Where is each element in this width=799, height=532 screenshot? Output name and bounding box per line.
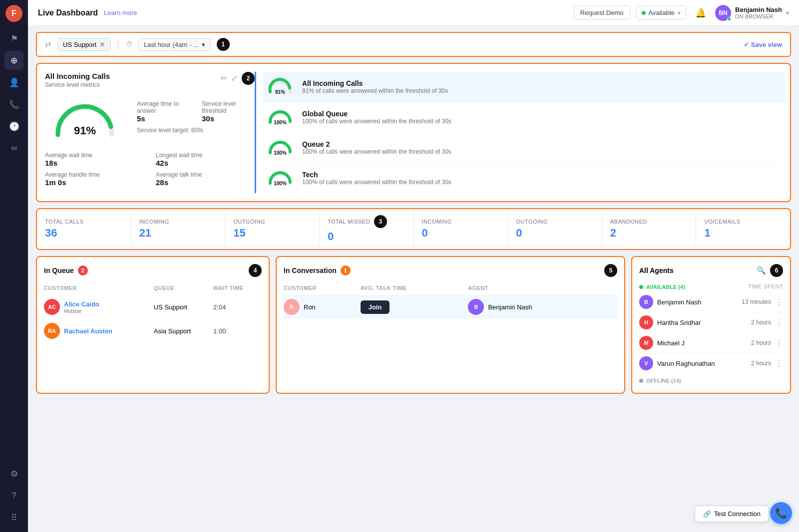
agent-row: B Benjamin Nash 13 minutes ⋮ <box>639 292 783 312</box>
agent-more-button[interactable]: ⋮ <box>775 359 783 368</box>
stat-item: TOTAL MISSED3 0 <box>320 209 414 249</box>
customer-avatar: AC <box>44 299 60 315</box>
agent-more-button[interactable]: ⋮ <box>775 297 783 307</box>
stat-item: INCOMING 21 <box>131 213 226 246</box>
table-row: R Ron Join B Benjamin Nash <box>284 295 617 319</box>
in-conversation-title: In Conversation 1 5 <box>284 264 617 277</box>
online-dot <box>727 17 731 21</box>
stat-label: INCOMING <box>139 219 217 225</box>
agent-cell: B Benjamin Nash <box>468 299 617 315</box>
sidebar-item-apps[interactable]: ⠿ <box>4 508 23 527</box>
stat-item: OUTGOING 0 <box>508 213 602 246</box>
available-status-button[interactable]: Available ▾ <box>636 5 687 20</box>
sidebar-item-settings[interactable]: ⚙ <box>4 464 23 483</box>
col-agent: AGENT <box>468 283 617 295</box>
stat-value: 15 <box>233 227 311 240</box>
agents-search-button[interactable]: 🔍 <box>757 266 766 275</box>
customer-name: Rachael Austen <box>64 327 112 335</box>
time-filter-dropdown[interactable]: Last hour (4am - ... ▾ <box>138 38 211 51</box>
conversation-table: CUSTOMER AVG. TALK TIME AGENT R Ron Join <box>284 283 617 319</box>
sidebar-item-analytics[interactable]: 🕐 <box>4 117 23 136</box>
stat-label: OUTGOING <box>516 219 594 225</box>
learn-more-link[interactable]: Learn more <box>104 9 137 16</box>
notifications-button[interactable]: 🔔 <box>692 4 709 21</box>
queue-name: Queue 2 <box>302 140 782 148</box>
agent-name: Michael J <box>657 339 747 347</box>
svg-text:100%: 100% <box>274 120 287 125</box>
sidebar-item-dashboard[interactable]: ⊕ <box>4 51 23 70</box>
connection-icon: 🔗 <box>703 510 711 518</box>
mini-gauge: 100% <box>266 168 294 188</box>
sidebar-item-flag[interactable]: ⚑ <box>4 29 23 48</box>
col-avg-talk: AVG. TALK TIME <box>361 283 468 295</box>
edit-button[interactable]: ✏ <box>221 74 227 83</box>
stat-label: OUTGOING <box>233 219 311 225</box>
incoming-calls-title: All Incoming Calls <box>45 72 110 80</box>
incoming-calls-subtitle: Service level metrics <box>45 81 110 88</box>
sidebar: F ⚑ ⊕ 👤 📞 🕐 ∞ ⚙ ? ⠿ <box>0 0 28 532</box>
offline-agents-label: OFFLINE (14) <box>639 378 783 384</box>
content-area: All Incoming Calls Service level metrics… <box>28 57 799 532</box>
stats-bar-card: TOTAL CALLS 36 INCOMING 21 OUTGOING 15 T… <box>36 208 791 250</box>
avg-talk-time: Join <box>361 295 468 319</box>
time-spent-header: TIME SPENT <box>748 283 783 289</box>
col-wait-time: WAIT TIME <box>213 283 262 295</box>
test-connection-button[interactable]: 🔗 Test Connection <box>695 506 769 522</box>
in-conversation-card: In Conversation 1 5 CUSTOMER AVG. TALK T… <box>276 256 625 394</box>
stat-item: VOICEMAILS 1 <box>696 213 790 246</box>
queue-name: Tech <box>302 171 782 179</box>
stat-value: 0 <box>422 227 500 240</box>
queue-desc: 91% of calls were answered within the th… <box>302 87 782 94</box>
customer-cell: RA Rachael Austen <box>44 323 154 339</box>
queue-desc: 100% of calls were answered within the t… <box>302 148 782 155</box>
col-customer: CUSTOMER <box>44 283 154 295</box>
queue-name: Global Queue <box>302 110 782 118</box>
stat-item: ABANDONED 2 <box>602 213 697 246</box>
incoming-calls-card: All Incoming Calls Service level metrics… <box>36 63 791 202</box>
request-demo-button[interactable]: Request Demo <box>574 5 630 20</box>
agent-name: Benjamin Nash <box>657 298 738 306</box>
queue-filter-tag[interactable]: US Support ✕ <box>57 38 111 51</box>
chevron-down-icon: ▾ <box>678 9 681 16</box>
queue-name: All Incoming Calls <box>302 79 782 87</box>
close-icon[interactable]: ✕ <box>99 40 105 48</box>
clock-icon: ⏱ <box>125 40 132 48</box>
expand-button[interactable]: ⤢ <box>231 74 238 83</box>
join-button[interactable]: Join <box>361 300 390 314</box>
chevron-down-icon: ▾ <box>202 41 205 48</box>
queue-row: 91% All Incoming Calls 91% of calls were… <box>263 72 785 102</box>
agent-name: Haritha Sridhar <box>657 319 747 326</box>
topbar: Live Dashboard Learn more Request Demo A… <box>28 0 799 26</box>
agent-more-button[interactable]: ⋮ <box>775 318 783 327</box>
queue-row: 100% Queue 2 100% of calls were answered… <box>266 133 782 163</box>
gauge-value: 91% <box>74 124 96 137</box>
agents-title: All Agents <box>639 266 674 274</box>
agent-time: 2 hours <box>751 339 771 346</box>
agents-header: All Agents 🔍 6 <box>639 264 783 277</box>
call-fab-button[interactable]: 📞 <box>770 502 792 524</box>
wait-time: 1:00 <box>213 319 262 343</box>
sidebar-item-help[interactable]: ? <box>4 486 23 505</box>
agent-row: H Haritha Sridhar 2 hours ⋮ <box>639 312 783 333</box>
agent-avatar: V <box>639 356 653 370</box>
filter-icon: ⇄ <box>45 40 51 49</box>
sidebar-item-reports[interactable]: ∞ <box>4 139 23 158</box>
agent-row: M Michael J 2 hours ⋮ <box>639 333 783 353</box>
agent-avatar: M <box>639 336 653 350</box>
queue-info: Global Queue 100% of calls were answered… <box>302 110 782 125</box>
wait-time: 2:04 <box>213 295 262 319</box>
user-profile-button[interactable]: BN Benjamin Nash ON BROWSER ▾ <box>715 5 789 21</box>
status-dot-green <box>642 11 646 15</box>
col-customer: CUSTOMER <box>284 283 361 295</box>
save-view-button[interactable]: ✓ Save view <box>744 41 782 48</box>
agent-more-button[interactable]: ⋮ <box>775 338 783 348</box>
customer-avatar: R <box>284 299 300 315</box>
stat-value: 0 <box>516 227 594 240</box>
gauge: 91% <box>45 94 125 139</box>
queue-info: Queue 2 100% of calls were answered with… <box>302 140 782 155</box>
stat-value: 21 <box>139 227 217 240</box>
sidebar-item-contacts[interactable]: 👤 <box>4 73 23 92</box>
sidebar-item-calls[interactable]: 📞 <box>4 95 23 114</box>
agent-time: 2 hours <box>751 360 771 367</box>
stat-label: TOTAL MISSED3 <box>328 215 405 228</box>
